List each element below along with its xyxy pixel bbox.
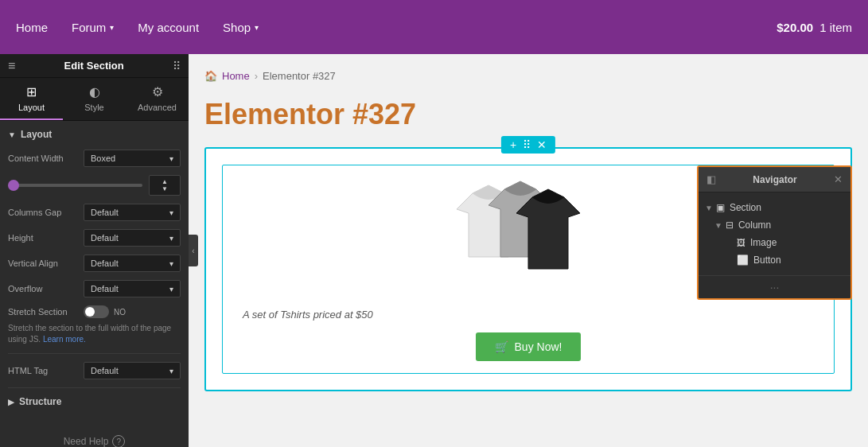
cart-price: $20.00 [777, 21, 813, 34]
stretch-toggle-switch[interactable] [84, 305, 109, 318]
height-row: Height Default ▾ [8, 229, 181, 247]
html-tag-value: Default [91, 366, 119, 375]
breadcrumb-home-link[interactable]: Home [222, 70, 250, 82]
shop-dropdown-arrow: ▾ [255, 23, 259, 32]
column-tree-arrow: ▼ [714, 221, 722, 230]
navigator-left-icon[interactable]: ◧ [706, 173, 716, 185]
home-breadcrumb-icon: 🏠 [204, 70, 217, 82]
button-tree-label: Button [753, 255, 781, 266]
section-tree-label: Section [730, 202, 761, 213]
html-tag-label: HTML Tag [8, 366, 84, 375]
height-arrow: ▾ [169, 234, 173, 243]
top-navigation: Home Forum ▾ My account Shop ▾ $20.00 1 … [0, 0, 868, 54]
navigator-close-icon[interactable]: ✕ [834, 173, 843, 185]
tree-item-column[interactable]: ▼ ⊟ Column [699, 216, 850, 234]
content-width-label: Content Width [8, 154, 84, 163]
html-tag-select[interactable]: Default ▾ [84, 362, 181, 379]
close-section-icon[interactable]: ✕ [535, 138, 549, 151]
content-width-select[interactable]: Boxed ▾ [84, 150, 181, 167]
navigator-dots: ··· [770, 281, 780, 293]
cart-items: 1 item [819, 21, 852, 34]
overflow-row: Overflow Default ▾ [8, 280, 181, 297]
slider-track[interactable] [8, 184, 142, 187]
buy-now-button[interactable]: 🛒 Buy Now! [476, 332, 582, 361]
columns-gap-arrow: ▾ [169, 208, 173, 217]
layout-arrow-icon: ▼ [8, 130, 16, 139]
html-tag-row: HTML Tag Default ▾ [8, 362, 181, 379]
move-section-icon[interactable]: ⠿ [520, 138, 533, 151]
panel-content: ▼ Layout Content Width Boxed ▾ [0, 121, 189, 423]
columns-gap-select[interactable]: Default ▾ [84, 204, 181, 221]
section-tree-arrow: ▼ [705, 204, 713, 212]
panel-tabs: ⊞ Layout ◐ Style ⚙ Advanced [0, 78, 189, 121]
overflow-label: Overflow [8, 284, 84, 293]
right-content: 🏠 Home › Elementor #327 Elementor #327 +… [189, 54, 868, 447]
layout-icon: ⊞ [26, 84, 37, 99]
navigator-tree: ▼ ▣ Section ▼ ⊟ Column ▶ 🖼 Image [699, 192, 850, 275]
advanced-icon: ⚙ [152, 84, 163, 99]
navigator-footer: ··· [699, 275, 850, 298]
image-tree-label: Image [750, 237, 777, 248]
tab-style[interactable]: ◐ Style [63, 78, 126, 120]
nav-forum[interactable]: Forum ▾ [72, 21, 114, 34]
need-help-footer[interactable]: Need Help ? [0, 423, 189, 447]
content-width-arrow: ▾ [169, 154, 173, 163]
overflow-select[interactable]: Default ▾ [84, 280, 181, 297]
main-area: ≡ Edit Section ⠿ ⊞ Layout ◐ Style ⚙ A [0, 54, 868, 447]
columns-gap-value: Default [91, 208, 119, 217]
nav-home[interactable]: Home [16, 21, 48, 34]
layout-section-label: Layout [21, 129, 52, 140]
grid-icon[interactable]: ⠿ [173, 60, 181, 72]
slider-thumb[interactable] [8, 180, 19, 191]
stretch-section-label: Stretch Section [8, 307, 84, 317]
toggle-circle [85, 307, 95, 317]
tshirts-image [449, 177, 608, 305]
breadcrumb-current: Elementor #327 [263, 70, 336, 82]
breadcrumb-separator: › [255, 70, 258, 82]
nav-shop[interactable]: Shop ▾ [223, 21, 259, 34]
learn-more-link[interactable]: Learn more. [43, 335, 86, 344]
vertical-align-label: Vertical Align [8, 258, 84, 268]
tab-layout[interactable]: ⊞ Layout [0, 78, 63, 120]
add-section-icon[interactable]: + [508, 138, 519, 151]
column-tree-icon: ⊟ [726, 220, 734, 231]
divider [8, 353, 181, 354]
stretch-hint: Stretch the section to the full width of… [8, 323, 181, 345]
tree-item-button[interactable]: ▶ ⬜ Button [699, 251, 850, 269]
cart-button-icon: 🛒 [495, 340, 508, 353]
nav-my-account[interactable]: My account [138, 21, 199, 34]
section-tree-icon: ▣ [716, 202, 725, 213]
vertical-align-select[interactable]: Default ▾ [84, 255, 181, 272]
structure-label: Structure [19, 396, 61, 407]
column-tree-label: Column [738, 220, 771, 231]
forum-dropdown-arrow: ▾ [110, 23, 114, 32]
vertical-align-value: Default [91, 258, 119, 268]
columns-gap-label: Columns Gap [8, 208, 84, 217]
height-value: Default [91, 233, 119, 243]
structure-section[interactable]: ▶ Structure [8, 396, 181, 407]
tab-advanced-label: Advanced [138, 103, 177, 112]
buy-button-label: Buy Now! [515, 340, 562, 353]
panel-header-icons: ⠿ [173, 60, 181, 72]
columns-gap-row: Columns Gap Default ▾ [8, 204, 181, 221]
navigator-header: ◧ Navigator ✕ [699, 167, 850, 192]
collapse-handle[interactable]: ‹ [189, 235, 198, 266]
height-select[interactable]: Default ▾ [84, 229, 181, 247]
style-icon: ◐ [89, 84, 100, 99]
slider-input-wrapper: ▲ ▼ [149, 175, 181, 196]
slider-down-arrow[interactable]: ▼ [162, 185, 168, 192]
hamburger-icon[interactable]: ≡ [8, 59, 15, 73]
stretch-toggle[interactable]: NO [84, 305, 126, 318]
layout-section-header[interactable]: ▼ Layout [8, 129, 181, 140]
tab-advanced[interactable]: ⚙ Advanced [126, 78, 189, 120]
panel-title: Edit Section [64, 60, 124, 72]
tree-item-section[interactable]: ▼ ▣ Section [699, 199, 850, 216]
tree-item-image[interactable]: ▶ 🖼 Image [699, 234, 850, 251]
image-tree-icon: 🖼 [737, 238, 745, 247]
overflow-value: Default [91, 284, 119, 293]
cart-summary[interactable]: $20.00 1 item [777, 21, 852, 34]
slider-up-arrow[interactable]: ▲ [162, 178, 168, 185]
left-panel-container: ≡ Edit Section ⠿ ⊞ Layout ◐ Style ⚙ A [0, 54, 189, 447]
content-width-row: Content Width Boxed ▾ [8, 150, 181, 167]
left-panel: ≡ Edit Section ⠿ ⊞ Layout ◐ Style ⚙ A [0, 54, 189, 447]
